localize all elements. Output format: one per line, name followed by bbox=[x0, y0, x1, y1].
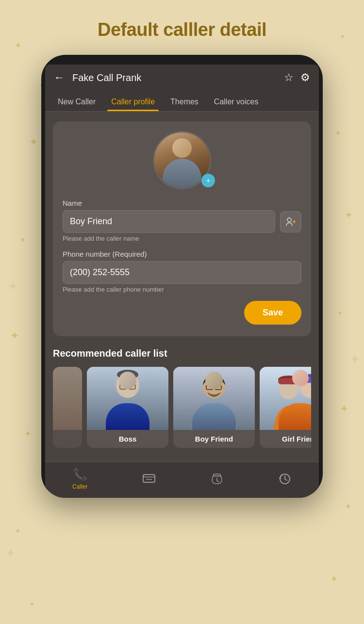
svg-text:✦: ✦ bbox=[15, 527, 21, 535]
name-hint: Please add the caller name bbox=[63, 235, 301, 242]
svg-text:✦: ✦ bbox=[345, 210, 353, 220]
nav-timer[interactable] bbox=[210, 472, 224, 486]
page-title: Default calller detail bbox=[98, 19, 266, 40]
app-title: Fake Call Prank bbox=[72, 72, 279, 83]
caller-card-partial[interactable] bbox=[53, 367, 82, 448]
svg-rect-41 bbox=[143, 475, 155, 482]
tab-themes[interactable]: Themes bbox=[163, 91, 206, 111]
caller-nav-icon: 📞 bbox=[73, 468, 87, 481]
tab-bar: New Caller Caller profile Themes Caller … bbox=[45, 91, 319, 112]
phone-screen: ← Fake Call Prank ☆ ⚙ New Caller Caller … bbox=[45, 65, 319, 498]
save-button[interactable]: Save bbox=[244, 301, 301, 325]
svg-text:✦: ✦ bbox=[24, 429, 32, 439]
nav-caller[interactable]: 📞 Caller bbox=[72, 468, 87, 490]
svg-text:✦: ✦ bbox=[340, 33, 346, 40]
phone-label: Phone number (Required) bbox=[63, 250, 301, 258]
tab-caller-voices[interactable]: Caller voices bbox=[206, 91, 266, 111]
svg-text:✦: ✦ bbox=[19, 236, 26, 244]
caller-name-boss: Boss bbox=[115, 430, 141, 448]
svg-marker-28 bbox=[126, 405, 130, 423]
phone-hint: Please add the caller phone number bbox=[63, 286, 301, 293]
bottom-nav: 📞 Caller bbox=[45, 461, 319, 498]
recommended-section: Recommended caller list bbox=[53, 348, 311, 452]
svg-text:✦: ✦ bbox=[340, 403, 348, 415]
caller-card-boyfriend[interactable]: Boy Friend bbox=[173, 367, 255, 448]
svg-text:✦: ✦ bbox=[335, 129, 341, 137]
caller-image-boss bbox=[87, 367, 168, 430]
nav-messages[interactable] bbox=[142, 472, 156, 486]
name-input[interactable] bbox=[63, 210, 275, 233]
caller-card-girlfriend[interactable]: Girl Friend bbox=[260, 367, 311, 448]
back-button[interactable]: ← bbox=[54, 71, 65, 84]
caller-name-boyfriend: Boy Friend bbox=[191, 430, 237, 448]
svg-text:✦: ✦ bbox=[349, 352, 361, 367]
phone-input-row bbox=[63, 261, 301, 284]
svg-text:✦: ✦ bbox=[337, 309, 343, 317]
svg-text:✦: ✦ bbox=[7, 279, 18, 294]
svg-line-45 bbox=[217, 481, 219, 482]
svg-text:✦: ✦ bbox=[29, 136, 38, 148]
svg-text:✦: ✦ bbox=[330, 574, 338, 584]
phone-input[interactable] bbox=[63, 261, 301, 284]
header-icons: ☆ ⚙ bbox=[284, 71, 310, 84]
timer-nav-icon bbox=[210, 472, 224, 486]
name-input-row bbox=[63, 210, 301, 233]
svg-text:✦: ✦ bbox=[5, 546, 16, 561]
svg-rect-40 bbox=[299, 377, 311, 383]
svg-point-19 bbox=[287, 218, 291, 222]
phone-frame: ← Fake Call Prank ☆ ⚙ New Caller Caller … bbox=[41, 55, 323, 498]
svg-rect-22 bbox=[87, 367, 168, 430]
favorite-icon[interactable]: ☆ bbox=[284, 71, 294, 84]
avatar-edit-button[interactable]: + bbox=[201, 174, 215, 187]
profile-card: + Name Please add the caller bbox=[53, 121, 311, 336]
tab-caller-profile[interactable]: Caller profile bbox=[103, 91, 163, 111]
settings-icon[interactable]: ⚙ bbox=[300, 71, 310, 84]
caller-name-girlfriend: Girl Friend bbox=[278, 430, 311, 448]
tab-new-caller[interactable]: New Caller bbox=[50, 91, 103, 111]
svg-text:✦: ✦ bbox=[345, 502, 352, 511]
messages-nav-icon bbox=[142, 472, 156, 486]
contact-picker-button[interactable] bbox=[280, 211, 301, 232]
caller-grid: Boss bbox=[53, 367, 311, 452]
recommended-section-title: Recommended caller list bbox=[53, 348, 311, 359]
caller-card-boss[interactable]: Boss bbox=[87, 367, 168, 448]
avatar-container: + bbox=[63, 131, 301, 189]
svg-text:✦: ✦ bbox=[15, 41, 22, 50]
save-button-row: Save bbox=[63, 301, 301, 325]
caller-image-boyfriend bbox=[173, 367, 255, 430]
app-header: ← Fake Call Prank ☆ ⚙ bbox=[45, 65, 319, 91]
caller-image-girlfriend bbox=[260, 367, 311, 430]
nav-history[interactable] bbox=[278, 472, 292, 486]
svg-point-27 bbox=[117, 370, 138, 379]
svg-rect-37 bbox=[278, 378, 299, 384]
caller-nav-label: Caller bbox=[72, 483, 87, 490]
svg-text:✦: ✦ bbox=[10, 329, 19, 342]
main-content: + Name Please add the caller bbox=[45, 112, 319, 461]
name-label: Name bbox=[63, 199, 301, 207]
svg-text:✦: ✦ bbox=[29, 600, 35, 608]
history-nav-icon bbox=[278, 472, 292, 486]
